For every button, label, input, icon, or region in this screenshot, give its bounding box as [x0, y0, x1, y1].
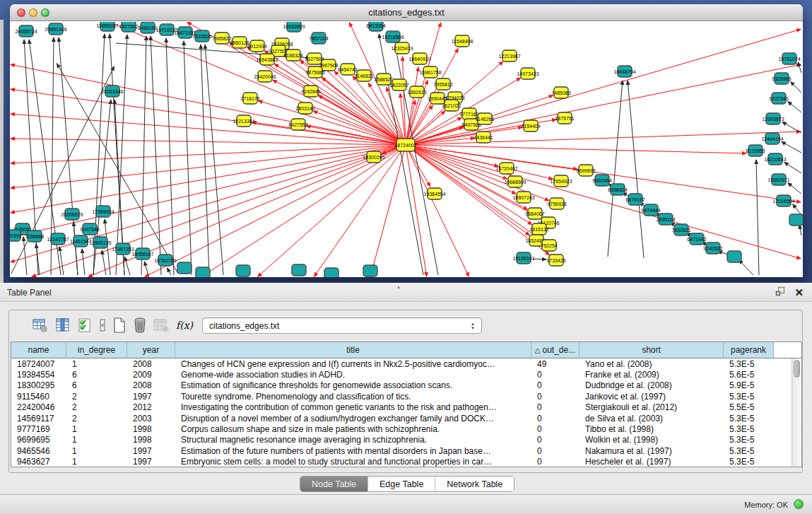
graph-node-label: 11548408: [452, 39, 473, 44]
table-cell: 2008: [127, 380, 175, 391]
table-cell: 6: [66, 369, 127, 380]
graph-edge: [791, 82, 801, 93]
table-row[interactable]: 2242004622012Investigating the contribut…: [11, 402, 792, 413]
column-header-name[interactable]: name: [11, 342, 66, 358]
graph-edge: [406, 132, 801, 145]
graph-node-label: 16782759: [154, 258, 176, 263]
graph-edge: [406, 145, 427, 276]
graph-node-label: 15135141: [512, 256, 534, 261]
table-row[interactable]: 1872400712008Changes of HCN gene express…: [11, 358, 792, 369]
table-row[interactable]: 946362711997Embryonic stem cells: a mode…: [11, 457, 792, 467]
graph-node-label: 9097548: [80, 227, 99, 232]
column-header-short[interactable]: short: [579, 342, 724, 358]
table-mode-button[interactable]: [31, 316, 49, 334]
graph-edge: [782, 141, 801, 153]
graph-node-label: 2436441: [473, 135, 493, 140]
graph-node[interactable]: [324, 268, 339, 277]
scrollbar-thumb[interactable]: [794, 360, 800, 378]
graph-edge: [166, 38, 174, 275]
graph-node-label: 20206576: [61, 212, 83, 217]
select-columns-button[interactable]: [76, 316, 94, 334]
graph-node-label: 1146266: [476, 117, 495, 122]
table-cell: Estimation of the future numbers of pati…: [175, 445, 531, 456]
table-panel-body: f(x) citations_edges.txt ▲▼ namein_degre…: [0, 302, 812, 494]
table-row[interactable]: 969969511998Structural magnetic resonanc…: [11, 435, 792, 445]
graph-node-label: 9240532: [703, 246, 722, 251]
graph-node[interactable]: [363, 265, 377, 276]
graph-node-label: 10688609: [504, 180, 526, 185]
graph-node-label: 16033809: [283, 24, 305, 29]
graph-node[interactable]: [236, 265, 250, 276]
vertical-scrollbar[interactable]: [792, 358, 801, 467]
table-row[interactable]: 946554611997Estimation of the future num…: [11, 445, 792, 456]
graph-edge: [756, 160, 759, 275]
column-header-in_degree[interactable]: in_degree: [66, 342, 127, 358]
function-builder-button[interactable]: f(x): [175, 316, 194, 334]
table-toolbar: f(x) citations_edges.txt ▲▼: [9, 315, 802, 337]
graph-node-label: 14973433: [517, 71, 539, 76]
network-canvas[interactable]: 2405572420691406106552871527602846616010…: [10, 22, 803, 277]
tab-node-table[interactable]: Node Table: [300, 477, 367, 491]
table-cell: Investigating the contribution of common…: [175, 402, 531, 413]
graph-node-label: 2967608: [319, 63, 338, 68]
graph-node-label: 7515526: [192, 34, 211, 39]
graph-edge: [201, 145, 406, 276]
graph-node-label: 9777169: [459, 112, 478, 117]
table-cell: Hescheler et al. (1997): [579, 457, 724, 467]
toggle-rows-button[interactable]: [93, 316, 112, 334]
table-cell: 5.3E-5: [724, 445, 774, 456]
network-table-selector[interactable]: citations_edges.txt ▲▼: [202, 317, 482, 334]
graph-node-label: 2803144: [295, 106, 314, 111]
column-header-year[interactable]: year: [127, 342, 175, 358]
tab-edge-table[interactable]: Edge Table: [367, 477, 435, 491]
header-filler: [774, 342, 801, 358]
graph-node[interactable]: [727, 251, 741, 262]
column-header-pagerank[interactable]: pagerank: [724, 342, 774, 358]
graph-node[interactable]: [789, 214, 803, 226]
graph-node-label: 16210643: [764, 157, 786, 162]
graph-node-label: 1156868: [25, 234, 45, 239]
table-cell: 9463627: [11, 457, 66, 467]
split-pane-handle[interactable]: ▴: [397, 284, 400, 290]
table-cell: Estimation of significance thresholds fo…: [175, 380, 531, 391]
graph-node-label: 752254: [541, 243, 557, 248]
table-panel-title: Table Panel: [7, 288, 52, 298]
show-columns-button[interactable]: [54, 316, 72, 334]
graph-node-label: 12142757: [47, 237, 69, 242]
table-cell: 18724007: [11, 358, 66, 369]
network-window-title-bar[interactable]: citations_edges.txt: [10, 4, 803, 21]
graph-edge: [258, 145, 406, 276]
graph-edge: [258, 100, 406, 145]
table-header-row: namein_degreeyeartitle△out_de...shortpag…: [11, 342, 801, 358]
citation-network-graph[interactable]: 2405572420691406106552871527602846616010…: [10, 22, 803, 277]
table-cell: 5.3E-5: [724, 413, 774, 424]
graph-node[interactable]: [177, 262, 192, 274]
delete-column-button[interactable]: [131, 316, 149, 334]
table-cell: 0: [531, 402, 579, 413]
graph-node-label: 13505135: [89, 240, 111, 245]
table-row[interactable]: 1456911722003Disruption of a novel membe…: [11, 413, 792, 424]
table-row[interactable]: 1830029562008Estimation of significance …: [11, 380, 792, 391]
tab-network-table[interactable]: Network Table: [435, 477, 514, 491]
table-cell: 0: [531, 445, 579, 456]
table-row[interactable]: 911546021997Tourette syndrome. Phenomeno…: [11, 391, 792, 402]
graph-node-label: 15692971: [767, 177, 789, 182]
table-row[interactable]: 977716911998Corpus callosum shape and si…: [11, 424, 792, 434]
column-header-title[interactable]: title: [175, 342, 531, 358]
graph-node-label: 9875685: [305, 70, 324, 75]
graph-edge: [82, 249, 85, 275]
graph-node-label: 1875751: [555, 116, 574, 121]
table-cell: 2: [66, 413, 127, 424]
float-window-icon[interactable]: [775, 286, 786, 299]
graph-node-label: 391591: [10, 233, 22, 238]
close-panel-icon[interactable]: ✕: [794, 287, 804, 298]
table-panel-box: f(x) citations_edges.txt ▲▼ namein_degre…: [8, 310, 803, 473]
table-cell: 1998: [127, 424, 175, 434]
column-header-out_de[interactable]: △out_de...: [531, 342, 579, 358]
graph-node-label: 2718176: [240, 96, 259, 101]
create-column-button[interactable]: [110, 316, 129, 334]
graph-node[interactable]: [196, 267, 210, 277]
table-row[interactable]: 1938455462009Genome-wide association stu…: [11, 369, 792, 380]
status-bar: Memory: OK: [0, 494, 812, 514]
graph-node[interactable]: [292, 264, 306, 276]
